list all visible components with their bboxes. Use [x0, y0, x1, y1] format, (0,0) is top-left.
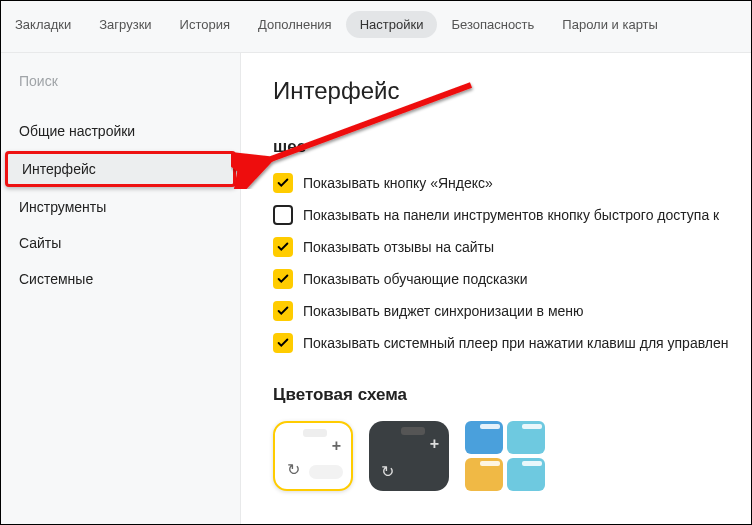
option-label: Показывать обучающие подсказки — [303, 271, 528, 287]
plus-icon: + — [332, 437, 341, 455]
option-row: Показывать кнопку «Яндекс» — [273, 173, 751, 193]
tab-bookmarks[interactable]: Закладки — [1, 11, 85, 38]
checkbox-toolbar-quick-access[interactable] — [273, 205, 293, 225]
option-label: Показывать отзывы на сайты — [303, 239, 494, 255]
reload-icon: ↻ — [287, 460, 300, 479]
option-row: Показывать отзывы на сайты — [273, 237, 751, 257]
option-label: Показывать на панели инструментов кнопку… — [303, 207, 719, 223]
checkbox-tips[interactable] — [273, 269, 293, 289]
color-scheme-picker: + ↻ + ↻ — [273, 421, 751, 491]
checkbox-sync-widget[interactable] — [273, 301, 293, 321]
option-label: Показывать кнопку «Яндекс» — [303, 175, 493, 191]
color-scheme-dark[interactable]: + ↻ — [369, 421, 449, 491]
tab-history[interactable]: История — [166, 11, 244, 38]
color-scheme-light[interactable]: + ↻ — [273, 421, 353, 491]
sidebar-item-interface[interactable]: Интерфейс — [5, 151, 236, 187]
option-row: Показывать системный плеер при нажатии к… — [273, 333, 751, 353]
settings-sidebar: Поиск Общие настройки Интерфейс Инструме… — [1, 53, 241, 525]
tab-downloads[interactable]: Загрузки — [85, 11, 165, 38]
sidebar-item-tools[interactable]: Инструменты — [1, 189, 240, 225]
color-scheme-colorful[interactable] — [465, 421, 545, 491]
option-row: Показывать на панели инструментов кнопку… — [273, 205, 751, 225]
option-label: Показывать виджет синхронизации в меню — [303, 303, 584, 319]
checkbox-reviews[interactable] — [273, 237, 293, 257]
section-general-title: щее — [273, 137, 751, 157]
tab-addons[interactable]: Дополнения — [244, 11, 346, 38]
option-row: Показывать обучающие подсказки — [273, 269, 751, 289]
reload-icon: ↻ — [381, 462, 394, 481]
checkbox-system-player[interactable] — [273, 333, 293, 353]
sidebar-item-general[interactable]: Общие настройки — [1, 113, 240, 149]
tab-settings[interactable]: Настройки — [346, 11, 438, 38]
options-list: Показывать кнопку «Яндекс» Показывать на… — [273, 173, 751, 353]
sidebar-item-sites[interactable]: Сайты — [1, 225, 240, 261]
option-row: Показывать виджет синхронизации в меню — [273, 301, 751, 321]
plus-icon: + — [430, 435, 439, 453]
top-navigation: Закладки Загрузки История Дополнения Нас… — [1, 1, 751, 53]
checkbox-yandex-button[interactable] — [273, 173, 293, 193]
section-color-title: Цветовая схема — [273, 385, 751, 405]
page-title: Интерфейс — [273, 77, 751, 105]
tab-passwords[interactable]: Пароли и карты — [548, 11, 672, 38]
settings-content: Интерфейс щее Показывать кнопку «Яндекс»… — [241, 53, 751, 525]
sidebar-item-system[interactable]: Системные — [1, 261, 240, 297]
search-input[interactable]: Поиск — [1, 65, 240, 113]
tab-security[interactable]: Безопасность — [437, 11, 548, 38]
option-label: Показывать системный плеер при нажатии к… — [303, 335, 729, 351]
